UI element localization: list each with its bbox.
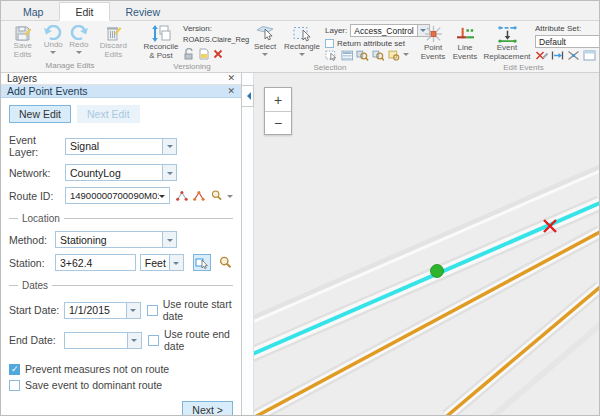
undo-button[interactable]: Undo [40, 23, 66, 57]
dates-section-separator: Dates [9, 280, 233, 291]
method-combobox[interactable]: Stationing [55, 231, 177, 248]
undo-dropdown-caret-icon[interactable] [50, 51, 56, 57]
version-label: Version: [183, 24, 241, 33]
zoom-out-button[interactable]: − [265, 111, 291, 134]
event-window-icon[interactable] [583, 50, 596, 61]
next-edit-button[interactable]: Next Edit [77, 105, 140, 123]
end-date-label: End Date: [9, 334, 64, 346]
event-replacement-label: Event Replacement [482, 44, 532, 62]
ribbon: Save Edits Undo Redo Discard Edits Mana [1, 21, 599, 73]
layers-pane-title: Layers [7, 73, 37, 84]
zoom-to-route-icon[interactable] [211, 189, 224, 202]
event-replacement-button[interactable]: Event Replacement [481, 23, 533, 62]
redo-button[interactable]: Redo [66, 23, 92, 57]
unlock-icon[interactable] [183, 48, 195, 60]
ribbon-group-versioning: Reconcile & Post Version: ROADS.Claire_R… [139, 22, 245, 72]
pick-location-icon [195, 257, 208, 269]
rectangle-dropdown-caret-icon[interactable] [299, 53, 305, 59]
station-unit-dropdown-arrow-icon[interactable] [169, 255, 183, 270]
zoom-to-location-icon[interactable] [219, 256, 233, 269]
panel-close-icon[interactable]: ✕ [227, 87, 235, 96]
line-events-label: Line Events [450, 44, 480, 62]
tab-review[interactable]: Review [110, 2, 176, 21]
attribute-table-icon[interactable] [341, 50, 354, 61]
end-date-dropdown-arrow-icon[interactable] [127, 333, 141, 348]
return-attribute-set-label: Return attribute set [337, 39, 405, 48]
prevent-measures-checkbox[interactable] [9, 364, 20, 375]
map-zoom-control: + − [264, 87, 292, 135]
event-point[interactable] [431, 265, 444, 278]
route-id-combobox[interactable]: 14900000700090M01 [65, 187, 170, 204]
point-events-button[interactable]: Point Events [417, 23, 449, 62]
pan-to-selection-icon[interactable] [372, 50, 385, 61]
save-dominant-route-label: Save event to dominant route [25, 379, 162, 391]
station-input[interactable]: 3+62.4 [55, 254, 136, 271]
select-dropdown-caret-icon[interactable] [262, 53, 268, 59]
start-date-picker[interactable]: 1/1/2015 [64, 302, 141, 319]
network-value: CountyLog [66, 167, 162, 179]
ribbon-tab-bar: Map Edit Review [1, 1, 599, 21]
delete-version-icon[interactable] [213, 49, 223, 59]
zoom-in-button[interactable]: + [265, 88, 291, 111]
line-events-icon [455, 25, 476, 43]
attribute-set-combobox[interactable]: Default [535, 35, 600, 48]
event-layer-dropdown-arrow-icon[interactable] [162, 139, 176, 154]
rectangle-select-button[interactable]: Rectangle [281, 23, 323, 59]
dates-section-label: Dates [22, 280, 48, 291]
event-layer-combobox[interactable]: Signal [65, 138, 177, 155]
station-value: 3+62.4 [56, 257, 135, 269]
discard-edits-button[interactable]: Discard Edits [92, 23, 135, 60]
collapse-panel-tab[interactable] [242, 85, 254, 107]
use-route-start-date-checkbox[interactable] [147, 305, 158, 316]
layers-close-icon[interactable]: ✕ [227, 74, 235, 83]
network-dropdown-arrow-icon[interactable] [162, 165, 176, 180]
ribbon-group-edit-events: Point Events Line Events Event Replaceme… [415, 22, 600, 72]
undo-label: Undo [44, 41, 63, 50]
use-route-start-date-label: Use route start date [163, 298, 233, 322]
layers-pane-header: Layers ✕ [1, 73, 241, 85]
undo-icon [43, 25, 63, 40]
redo-label: Redo [69, 41, 88, 50]
tab-map[interactable]: Map [7, 2, 59, 21]
select-route-on-map-icon[interactable] [176, 189, 188, 202]
point-events-icon [423, 25, 444, 43]
zoom-to-selection-icon[interactable] [356, 50, 369, 61]
start-date-dropdown-arrow-icon[interactable] [126, 303, 140, 318]
selection-options-icon[interactable] [387, 50, 400, 61]
ribbon-group-manage-edits: Save Edits Undo Redo Discard Edits Mana [3, 22, 137, 72]
route-id-dropdown-arrow-icon[interactable] [159, 195, 165, 201]
redo-icon [69, 25, 89, 40]
save-dominant-route-checkbox[interactable] [9, 380, 20, 391]
offset-event-icon[interactable] [551, 50, 564, 61]
station-unit-combobox[interactable]: Feet [140, 254, 184, 271]
use-route-end-date-checkbox[interactable] [148, 335, 159, 346]
discard-edits-label: Discard Edits [93, 42, 134, 60]
map-view[interactable]: + − [254, 73, 599, 415]
zoom-route-caret-icon[interactable] [227, 195, 233, 201]
line-events-button[interactable]: Line Events [449, 23, 481, 62]
selection-more-caret-icon[interactable] [403, 53, 409, 59]
split-event-icon[interactable] [567, 50, 580, 61]
redo-dropdown-caret-icon[interactable] [76, 51, 82, 57]
save-edits-button[interactable]: Save Edits [5, 23, 40, 60]
select-route-from-selection-icon[interactable] [193, 189, 205, 202]
method-dropdown-arrow-icon[interactable] [162, 232, 176, 247]
pick-location-on-map-button[interactable] [193, 254, 211, 271]
return-attribute-set-checkbox[interactable] [325, 39, 334, 48]
delete-event-icon[interactable] [535, 50, 548, 61]
new-version-icon[interactable] [198, 48, 210, 60]
reconcile-post-button[interactable]: Reconcile & Post [141, 23, 181, 61]
tab-edit[interactable]: Edit [59, 2, 109, 21]
attribute-set-label: Attribute Set: [535, 24, 600, 33]
faint-road [254, 171, 599, 327]
next-button[interactable]: Next > [182, 401, 233, 416]
layer-value: Access_Control [351, 26, 417, 36]
panel-splitter[interactable] [242, 73, 254, 415]
point-events-label: Point Events [418, 44, 448, 62]
new-edit-button[interactable]: New Edit [9, 105, 71, 123]
select-button[interactable]: Select [249, 23, 281, 59]
network-combobox[interactable]: CountyLog [65, 164, 177, 181]
end-date-picker[interactable] [64, 332, 142, 349]
use-route-end-date-label: Use route end date [164, 328, 233, 352]
select-features-icon[interactable] [325, 50, 338, 61]
